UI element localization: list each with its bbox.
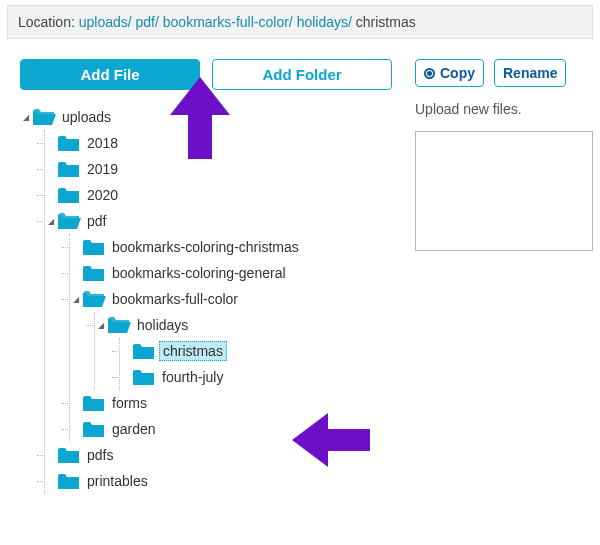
copy-label: Copy xyxy=(440,65,475,81)
rename-label: Rename xyxy=(503,65,557,81)
tree-node-label[interactable]: bookmarks-coloring-christmas xyxy=(109,238,302,256)
tree-node-bookmarks-coloring-christmas[interactable]: bookmarks-coloring-christmas xyxy=(70,234,415,260)
folder-open-icon xyxy=(107,316,131,334)
breadcrumb-sep: / xyxy=(155,14,159,30)
tree-node-garden[interactable]: garden xyxy=(70,416,415,442)
tree-node-2018[interactable]: 2018 xyxy=(45,130,415,156)
upload-dropzone[interactable] xyxy=(415,131,593,251)
rename-button[interactable]: Rename xyxy=(494,59,566,87)
collapse-icon[interactable]: ◢ xyxy=(95,321,107,330)
tree-node-label[interactable]: holidays xyxy=(134,316,191,334)
collapse-icon[interactable]: ◢ xyxy=(20,113,32,122)
folder-icon xyxy=(132,368,156,386)
breadcrumb-sep: / xyxy=(289,14,293,30)
tree-node-label[interactable]: uploads xyxy=(59,108,114,126)
tree-node-label[interactable]: pdfs xyxy=(84,446,116,464)
folder-open-icon xyxy=(57,212,81,230)
breadcrumb-link[interactable]: holidays xyxy=(297,14,348,30)
tree-node-christmas[interactable]: christmas xyxy=(120,338,415,364)
copy-button[interactable]: Copy xyxy=(415,59,484,87)
tree-node-label[interactable]: fourth-july xyxy=(159,368,226,386)
tree-node-fourth-july[interactable]: fourth-july xyxy=(120,364,415,390)
folder-tree: ◢uploads201820192020◢pdfbookmarks-colori… xyxy=(20,104,415,494)
tree-node-label[interactable]: bookmarks-full-color xyxy=(109,290,241,308)
tree-node-bookmarks-coloring-general[interactable]: bookmarks-coloring-general xyxy=(70,260,415,286)
toolbar-left: Add File Add Folder xyxy=(20,59,415,90)
folder-icon xyxy=(57,160,81,178)
tree-node-bookmarks-full-color[interactable]: ◢bookmarks-full-color xyxy=(70,286,415,312)
breadcrumb-label: Location: xyxy=(18,14,75,30)
folder-open-icon xyxy=(82,290,106,308)
folder-icon xyxy=(57,186,81,204)
breadcrumb-link[interactable]: uploads xyxy=(79,14,128,30)
breadcrumb-current: christmas xyxy=(356,14,416,30)
tree-node-label[interactable]: forms xyxy=(109,394,150,412)
collapse-icon[interactable]: ◢ xyxy=(45,217,57,226)
tree-node-holidays[interactable]: ◢holidays xyxy=(95,312,415,338)
folder-icon xyxy=(57,472,81,490)
tree-node-label[interactable]: christmas xyxy=(159,341,227,361)
tree-node-pdf[interactable]: ◢pdf xyxy=(45,208,415,234)
tree-node-uploads[interactable]: ◢uploads xyxy=(20,104,415,130)
upload-title: Upload new files. xyxy=(415,101,593,117)
folder-icon xyxy=(82,394,106,412)
folder-icon xyxy=(57,134,81,152)
tree-node-label[interactable]: 2018 xyxy=(84,134,121,152)
breadcrumb-link[interactable]: bookmarks-full-color xyxy=(163,14,289,30)
radio-dot-icon xyxy=(424,68,435,79)
folder-icon xyxy=(82,238,106,256)
toolbar-right: Copy Rename xyxy=(415,59,593,87)
folder-open-icon xyxy=(32,108,56,126)
folder-icon xyxy=(57,446,81,464)
breadcrumb-sep: / xyxy=(348,14,352,30)
tree-node-2020[interactable]: 2020 xyxy=(45,182,415,208)
breadcrumb-link[interactable]: pdf xyxy=(136,14,155,30)
tree-node-label[interactable]: pdf xyxy=(84,212,109,230)
tree-node-label[interactable]: bookmarks-coloring-general xyxy=(109,264,289,282)
tree-node-pdfs[interactable]: pdfs xyxy=(45,442,415,468)
collapse-icon[interactable]: ◢ xyxy=(70,295,82,304)
tree-node-2019[interactable]: 2019 xyxy=(45,156,415,182)
folder-icon xyxy=(82,264,106,282)
folder-icon xyxy=(82,420,106,438)
folder-icon xyxy=(132,342,156,360)
add-file-button[interactable]: Add File xyxy=(20,59,200,90)
tree-node-label[interactable]: garden xyxy=(109,420,159,438)
breadcrumb: Location: uploads/ pdf/ bookmarks-full-c… xyxy=(7,5,593,39)
tree-node-label[interactable]: 2020 xyxy=(84,186,121,204)
add-folder-button[interactable]: Add Folder xyxy=(212,59,392,90)
breadcrumb-sep: / xyxy=(128,14,132,30)
tree-node-forms[interactable]: forms xyxy=(70,390,415,416)
tree-node-label[interactable]: printables xyxy=(84,472,151,490)
tree-node-label[interactable]: 2019 xyxy=(84,160,121,178)
tree-node-printables[interactable]: printables xyxy=(45,468,415,494)
